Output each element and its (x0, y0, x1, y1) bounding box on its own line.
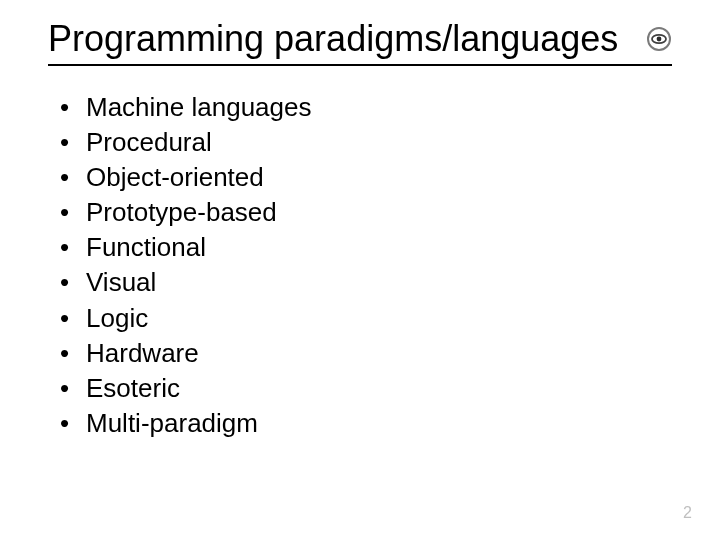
bullet-icon: • (54, 371, 86, 406)
bullet-icon: • (54, 230, 86, 265)
list-item: • Multi-paradigm (54, 406, 672, 441)
list-item-label: Machine languages (86, 90, 312, 125)
list-item-label: Multi-paradigm (86, 406, 258, 441)
list-item: • Functional (54, 230, 672, 265)
bullet-icon: • (54, 265, 86, 300)
slide-title: Programming paradigms/languages (48, 18, 618, 60)
list-item-label: Prototype-based (86, 195, 277, 230)
list-item: • Object-oriented (54, 160, 672, 195)
list-item-label: Logic (86, 301, 148, 336)
list-item: • Procedural (54, 125, 672, 160)
list-item-label: Hardware (86, 336, 199, 371)
eye-logo-icon (646, 26, 672, 52)
svg-point-2 (657, 37, 662, 42)
list-item: • Logic (54, 301, 672, 336)
list-item-label: Procedural (86, 125, 212, 160)
bullet-icon: • (54, 336, 86, 371)
list-item-label: Visual (86, 265, 156, 300)
bullet-icon: • (54, 160, 86, 195)
list-item: • Esoteric (54, 371, 672, 406)
bullet-list: • Machine languages • Procedural • Objec… (48, 90, 672, 441)
list-item: • Machine languages (54, 90, 672, 125)
list-item: • Visual (54, 265, 672, 300)
list-item-label: Object-oriented (86, 160, 264, 195)
bullet-icon: • (54, 301, 86, 336)
list-item-label: Functional (86, 230, 206, 265)
list-item-label: Esoteric (86, 371, 180, 406)
bullet-icon: • (54, 125, 86, 160)
bullet-icon: • (54, 195, 86, 230)
title-row: Programming paradigms/languages (48, 18, 672, 66)
list-item: • Prototype-based (54, 195, 672, 230)
bullet-icon: • (54, 90, 86, 125)
page-number: 2 (683, 504, 692, 522)
bullet-icon: • (54, 406, 86, 441)
slide: Programming paradigms/languages • Machin… (0, 0, 720, 540)
list-item: • Hardware (54, 336, 672, 371)
